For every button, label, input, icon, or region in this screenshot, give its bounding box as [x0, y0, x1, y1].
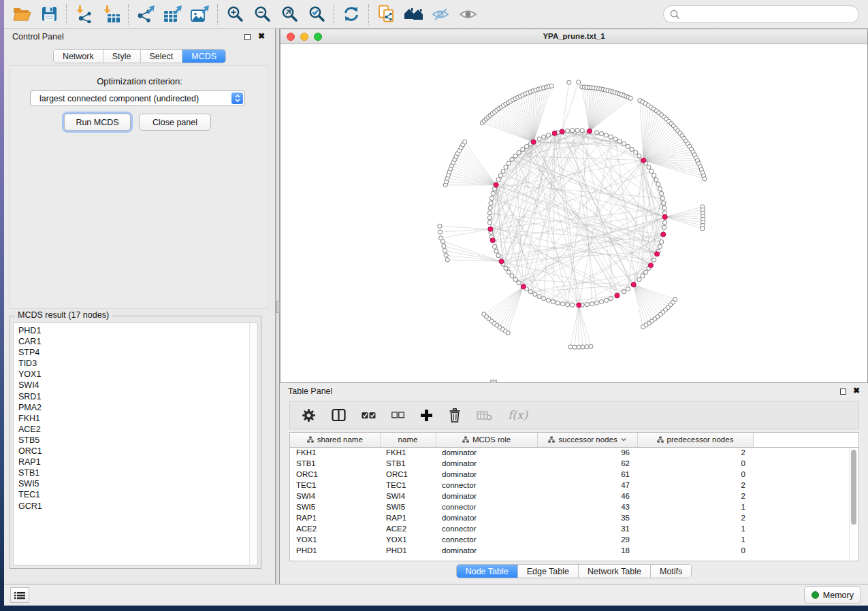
graph-node[interactable] [489, 196, 494, 200]
graph-hub-node[interactable] [560, 129, 564, 134]
mcds-result-item[interactable]: ACE2 [18, 424, 257, 435]
graph-edge[interactable] [486, 286, 523, 316]
graph-node[interactable] [652, 258, 656, 262]
graph-leaf-node[interactable] [703, 177, 707, 181]
graph-node[interactable] [626, 144, 630, 148]
mcds-result-item[interactable]: STB5 [18, 435, 257, 446]
graph-node[interactable] [507, 161, 511, 165]
graph-node[interactable] [517, 281, 521, 285]
graph-node[interactable] [656, 182, 660, 186]
mcds-result-item[interactable]: SWI5 [18, 478, 257, 489]
network-titlebar[interactable]: YPA_prune.txt_1 [280, 29, 867, 44]
graph-edge[interactable] [499, 109, 534, 142]
apply-function-button[interactable]: f(x) [508, 408, 528, 422]
graph-leaf-node[interactable] [567, 80, 571, 84]
graph-leaf-node[interactable] [577, 80, 581, 84]
table-cell[interactable]: 61 [537, 469, 637, 480]
graph-hub-node[interactable] [499, 259, 504, 264]
copy-network-button[interactable] [372, 2, 400, 27]
tab-network[interactable]: Network [54, 50, 103, 63]
table-row[interactable]: ACE2ACE2connector311 [290, 523, 858, 534]
graph-node[interactable] [604, 298, 608, 302]
graph-node[interactable] [626, 287, 630, 291]
table-cell[interactable]: 2 [637, 512, 753, 523]
table-cell[interactable]: SWI4 [380, 491, 436, 501]
table-cell[interactable]: ACE2 [380, 523, 436, 534]
graph-hub-node[interactable] [641, 158, 646, 163]
delete-table-button[interactable] [477, 410, 492, 420]
table-cell[interactable]: 47 [537, 480, 637, 491]
graph-node[interactable] [507, 270, 511, 274]
graph-node[interactable] [600, 299, 604, 303]
table-row[interactable]: ORC1ORC1dominator610 [290, 469, 858, 480]
table-cell[interactable]: connector [436, 523, 537, 534]
mcds-result-item[interactable]: SWI4 [18, 380, 257, 391]
graph-node[interactable] [662, 206, 666, 210]
graph-leaf-node[interactable] [444, 253, 448, 257]
table-row[interactable]: STB1STB1dominator620 [290, 458, 858, 469]
graph-node[interactable] [542, 135, 546, 139]
graph-edge[interactable] [582, 87, 590, 131]
table-cell[interactable]: connector [436, 501, 537, 512]
column-header-predecessor-nodes[interactable]: predecessor nodes [637, 433, 753, 447]
graph-leaf-node[interactable] [573, 345, 577, 349]
table-cell[interactable]: STB1 [290, 458, 380, 469]
graph-node[interactable] [510, 274, 514, 278]
mcds-result-item[interactable]: TEC1 [18, 489, 257, 500]
graph-node[interactable] [609, 135, 613, 139]
table-cell[interactable]: 62 [537, 458, 637, 469]
graph-node[interactable] [662, 220, 666, 225]
split-columns-button[interactable] [332, 408, 346, 422]
graph-edge[interactable] [503, 171, 651, 265]
table-scrollbar-thumb[interactable] [851, 450, 856, 525]
graph-hub-node[interactable] [521, 284, 526, 289]
optimization-select[interactable]: largest connected component (undirected) [30, 90, 245, 106]
column-header-mcds-role[interactable]: MCDS role [436, 433, 537, 447]
mcds-result-item[interactable]: SRD1 [18, 391, 257, 402]
table-cell[interactable]: dominator [436, 491, 537, 501]
graph-edge[interactable] [492, 286, 524, 320]
graph-leaf-node[interactable] [438, 224, 442, 228]
graph-node[interactable] [637, 154, 641, 158]
tab-network-table[interactable]: Network Table [579, 565, 651, 578]
table-cell[interactable]: 35 [537, 512, 637, 523]
graph-node[interactable] [487, 211, 492, 215]
graph-node[interactable] [487, 220, 492, 225]
table-cell[interactable]: connector [436, 480, 537, 491]
graph-leaf-node[interactable] [482, 312, 486, 316]
save-button[interactable] [35, 2, 63, 27]
table-cell[interactable]: 0 [637, 458, 753, 469]
export-image-button[interactable] [187, 2, 214, 27]
table-cell[interactable]: 1 [637, 501, 753, 512]
table-row[interactable]: TEC1TEC1connector472 [290, 480, 858, 491]
graph-leaf-node[interactable] [462, 140, 466, 144]
graph-node[interactable] [533, 292, 537, 296]
table-cell[interactable]: dominator [436, 469, 537, 480]
graph-node[interactable] [660, 196, 664, 200]
table-row[interactable]: SWI5SWI5connector431 [290, 501, 858, 512]
tab-style[interactable]: Style [103, 50, 141, 63]
graph-node[interactable] [658, 186, 662, 191]
graph-node[interactable] [556, 301, 560, 305]
table-row[interactable]: FKH1FKH1dominator962 [290, 447, 858, 458]
table-cell[interactable]: SWI5 [380, 501, 436, 512]
float-panel-icon[interactable] [840, 389, 846, 395]
zoom-selected-button[interactable] [303, 2, 330, 27]
export-network-button[interactable] [132, 2, 159, 27]
table-cell[interactable]: FKH1 [380, 447, 436, 458]
table-cell[interactable]: PHD1 [380, 545, 436, 556]
graph-edge[interactable] [496, 185, 660, 247]
graph-node[interactable] [647, 165, 651, 169]
graph-node[interactable] [644, 270, 648, 274]
graph-leaf-node[interactable] [549, 84, 553, 88]
graph-edge[interactable] [490, 229, 624, 292]
table-cell[interactable]: RAP1 [290, 512, 380, 523]
table-cell[interactable]: dominator [436, 458, 537, 469]
table-cell[interactable]: SWI5 [290, 501, 380, 512]
graph-node[interactable] [630, 147, 634, 151]
tab-select[interactable]: Select [141, 50, 183, 63]
mcds-result-item[interactable]: FKH1 [18, 413, 257, 424]
graph-hub-node[interactable] [648, 263, 653, 267]
graph-node[interactable] [609, 297, 613, 301]
graph-node[interactable] [641, 274, 645, 278]
